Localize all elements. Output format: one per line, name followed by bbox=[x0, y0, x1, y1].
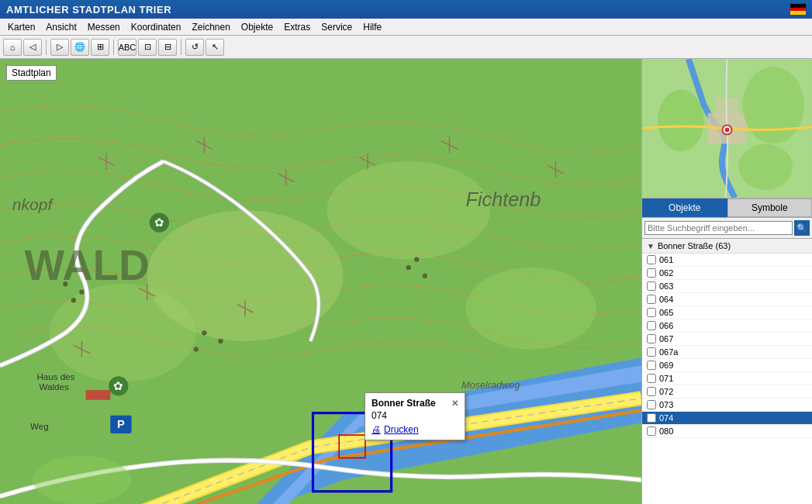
menu-item-messen[interactable]: Messen bbox=[83, 20, 125, 34]
result-label-074: 074 bbox=[659, 413, 807, 423]
save-tool-button[interactable]: ⊟ bbox=[158, 39, 177, 56]
result-item-073[interactable]: 073 bbox=[642, 399, 812, 412]
svg-text:Moselradweg: Moselradweg bbox=[461, 380, 520, 391]
menu-item-service[interactable]: Service bbox=[316, 20, 357, 34]
menu-item-koordinaten[interactable]: Koordinaten bbox=[126, 20, 186, 34]
result-item-074[interactable]: 074 bbox=[642, 412, 812, 425]
svg-point-37 bbox=[423, 273, 427, 278]
menu-item-ansicht[interactable]: Ansicht bbox=[41, 20, 81, 34]
menubar: KartenAnsichtMessenKoordinatenZeichnenOb… bbox=[0, 19, 812, 36]
popup-close-button[interactable]: ✕ bbox=[451, 399, 458, 409]
result-item-063[interactable]: 063 bbox=[642, 280, 812, 293]
svg-point-64 bbox=[738, 143, 793, 190]
result-item-067a[interactable]: 067a bbox=[642, 346, 812, 359]
app-title: AMTLICHER STADTPLAN TRIER bbox=[6, 4, 171, 16]
result-checkbox-069[interactable] bbox=[647, 361, 656, 370]
result-item-062[interactable]: 062 bbox=[642, 267, 812, 280]
result-item-066[interactable]: 066 bbox=[642, 319, 812, 333]
popup-print-link[interactable]: 🖨 Drucken bbox=[371, 424, 458, 435]
result-checkbox-061[interactable] bbox=[647, 255, 656, 264]
menu-item-extras[interactable]: Extras bbox=[279, 20, 315, 34]
menu-item-zeichnen[interactable]: Zeichnen bbox=[187, 20, 234, 34]
result-checkbox-066[interactable] bbox=[647, 321, 656, 330]
results-header: ▼ Bonner Straße (63) bbox=[642, 239, 812, 254]
svg-text:P: P bbox=[117, 418, 125, 430]
result-checkbox-062[interactable] bbox=[647, 268, 656, 278]
svg-point-36 bbox=[406, 265, 411, 270]
result-item-065[interactable]: 065 bbox=[642, 306, 812, 319]
refresh-tool-button[interactable]: ↺ bbox=[185, 39, 204, 56]
search-input[interactable] bbox=[644, 221, 793, 235]
result-label-072: 072 bbox=[659, 387, 807, 396]
result-checkbox-074[interactable] bbox=[647, 413, 656, 423]
tab-symbole[interactable]: Symbole bbox=[727, 198, 813, 217]
result-item-069[interactable]: 069 bbox=[642, 359, 812, 372]
tab-objekte[interactable]: Objekte bbox=[642, 198, 727, 217]
svg-text:Haus des: Haus des bbox=[36, 372, 74, 381]
result-checkbox-071[interactable] bbox=[647, 374, 656, 383]
result-checkbox-067[interactable] bbox=[647, 334, 656, 343]
toolbar: ⌂◁▷🌐⊞ABC⊡⊟↺↖ bbox=[0, 36, 812, 59]
result-label-061: 061 bbox=[659, 255, 807, 264]
forward-tool-button[interactable]: ▷ bbox=[50, 39, 69, 56]
popup-street-name: Bonner Straße bbox=[371, 398, 436, 409]
result-item-067[interactable]: 067 bbox=[642, 333, 812, 346]
toolbar-separator-5 bbox=[113, 40, 114, 55]
tab-bar: ObjekteSymbole bbox=[642, 198, 812, 218]
result-item-061[interactable]: 061 bbox=[642, 254, 812, 267]
map-area[interactable]: Stadtplan bbox=[0, 59, 641, 504]
result-checkbox-064[interactable] bbox=[647, 295, 656, 304]
toolbar-separator-8 bbox=[181, 40, 181, 55]
back-tool-button[interactable]: ◁ bbox=[23, 39, 42, 56]
result-label-063: 063 bbox=[659, 281, 807, 291]
titlebar: AMTLICHER STADTPLAN TRIER bbox=[0, 0, 812, 19]
svg-text:WALD: WALD bbox=[25, 241, 150, 289]
results-list[interactable]: ▼ Bonner Straße (63) 0610620630640650660… bbox=[642, 239, 812, 504]
search-button[interactable]: 🔍 bbox=[794, 220, 810, 236]
printer-icon: 🖨 bbox=[371, 424, 381, 435]
svg-text:Weg: Weg bbox=[30, 422, 49, 431]
result-checkbox-080[interactable] bbox=[647, 426, 656, 436]
svg-point-32 bbox=[194, 347, 199, 351]
result-label-064: 064 bbox=[659, 295, 807, 304]
result-item-080[interactable]: 080 bbox=[642, 425, 812, 438]
svg-point-31 bbox=[218, 339, 223, 343]
svg-point-66 bbox=[725, 128, 730, 133]
result-label-062: 062 bbox=[659, 268, 807, 278]
print-tool-button[interactable]: ⊡ bbox=[138, 39, 157, 56]
result-label-065: 065 bbox=[659, 308, 807, 317]
mini-map bbox=[642, 59, 812, 198]
menu-item-hilfe[interactable]: Hilfe bbox=[358, 20, 386, 34]
map-popup: Bonner Straße ✕ 074 🖨 Drucken bbox=[365, 392, 465, 440]
result-label-069: 069 bbox=[659, 361, 807, 370]
layers-tool-button[interactable]: ⊞ bbox=[91, 39, 109, 56]
svg-text:nkopf: nkopf bbox=[12, 195, 54, 213]
result-checkbox-067a[interactable] bbox=[647, 347, 656, 357]
svg-point-2 bbox=[327, 161, 490, 259]
svg-rect-39 bbox=[86, 390, 111, 400]
pointer-tool-button[interactable]: ↖ bbox=[206, 39, 224, 56]
menu-item-objekte[interactable]: Objekte bbox=[237, 20, 278, 34]
result-checkbox-073[interactable] bbox=[647, 400, 656, 409]
result-checkbox-065[interactable] bbox=[647, 308, 656, 317]
map-layer-label: Stadtplan bbox=[6, 65, 57, 81]
result-checkbox-063[interactable] bbox=[647, 281, 656, 291]
result-item-064[interactable]: 064 bbox=[642, 293, 812, 306]
result-item-072[interactable]: 072 bbox=[642, 385, 812, 399]
svg-text:✿: ✿ bbox=[154, 216, 164, 229]
text-tool-button[interactable]: ABC bbox=[118, 39, 136, 56]
svg-point-63 bbox=[742, 67, 804, 143]
result-label-067: 067 bbox=[659, 334, 807, 343]
svg-point-38 bbox=[414, 257, 419, 261]
svg-point-30 bbox=[202, 330, 206, 335]
menu-item-karten[interactable]: Karten bbox=[3, 20, 40, 34]
map-svg: P ✿ ✿ bbox=[0, 59, 641, 504]
mini-map-svg bbox=[642, 59, 812, 198]
home-tool-button[interactable]: ⌂ bbox=[3, 39, 22, 56]
globe-tool-button[interactable]: 🌐 bbox=[71, 39, 89, 56]
result-item-071[interactable]: 071 bbox=[642, 372, 812, 385]
results-header-label: Bonner Straße (63) bbox=[658, 241, 731, 250]
flag-icon bbox=[790, 4, 806, 15]
toolbar-separator-2 bbox=[46, 40, 47, 55]
result-checkbox-072[interactable] bbox=[647, 387, 656, 396]
